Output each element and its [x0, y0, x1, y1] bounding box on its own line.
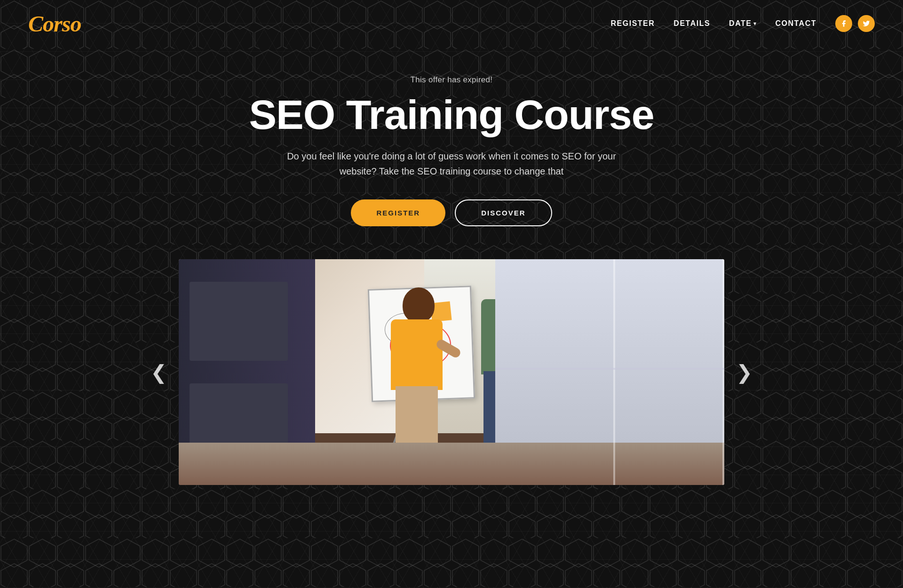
training-room-image	[179, 259, 724, 485]
register-button[interactable]: REGISTER	[351, 199, 445, 226]
social-icons-group	[835, 15, 875, 32]
carousel-next-button[interactable]: ❯	[727, 356, 762, 389]
nav-item-details[interactable]: DETAILS	[673, 19, 710, 28]
nav-link-date[interactable]: DATE	[729, 19, 752, 28]
nav-right: REGISTER DETAILS DATE ▾ CONTACT	[611, 15, 875, 32]
presenter-woman-head	[403, 287, 435, 323]
carousel-prev-button[interactable]: ❮	[141, 356, 176, 389]
wall-panel	[190, 282, 288, 361]
hero-title: SEO Training Course	[9, 93, 894, 136]
navbar: Corso REGISTER DETAILS DATE ▾ CONTACT	[0, 0, 903, 47]
carousel-wrapper	[179, 259, 724, 485]
nav-link-contact[interactable]: CONTACT	[775, 19, 816, 27]
hero-buttons: REGISTER DISCOVER	[9, 199, 894, 226]
discover-button[interactable]: DISCOVER	[455, 199, 552, 226]
floor	[179, 443, 724, 485]
nav-item-date[interactable]: DATE ▾	[729, 19, 756, 28]
nav-links: REGISTER DETAILS DATE ▾ CONTACT	[611, 19, 816, 28]
chevron-down-icon: ▾	[753, 20, 756, 27]
nav-item-register[interactable]: REGISTER	[611, 19, 655, 28]
nav-item-contact[interactable]: CONTACT	[775, 19, 816, 28]
hero-expiry-text: This offer has expired!	[9, 75, 894, 85]
nav-link-register[interactable]: REGISTER	[611, 19, 655, 27]
presenter-woman-body	[391, 319, 443, 390]
window-frame	[722, 259, 724, 485]
hero-section: This offer has expired! SEO Training Cou…	[0, 47, 903, 250]
hero-subtitle: Do you feel like you're doing a lot of g…	[282, 149, 621, 179]
facebook-icon[interactable]	[835, 15, 852, 32]
carousel-section: ❮	[0, 259, 903, 485]
window-midbar	[495, 368, 724, 370]
brand-logo[interactable]: Corso	[28, 11, 81, 37]
twitter-icon[interactable]	[858, 15, 875, 32]
window-divider	[613, 259, 615, 485]
nav-link-details[interactable]: DETAILS	[673, 19, 710, 27]
wall-panel-2	[190, 383, 288, 451]
